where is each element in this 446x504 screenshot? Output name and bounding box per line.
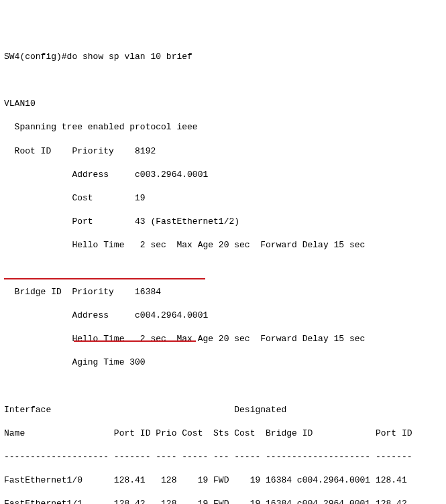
table-sep-1: -------------------- ------- ---- ----- … xyxy=(4,451,442,463)
annotation-underline-cmd2 xyxy=(4,278,205,279)
bridge-id-priority-1: Bridge ID Priority 16384 xyxy=(4,286,442,298)
blank xyxy=(4,74,442,86)
bridge-id-aging-1: Aging Time 300 xyxy=(4,357,442,369)
root-id-cost-1: Cost 19 xyxy=(4,192,442,204)
annotation-underline-root xyxy=(74,340,196,342)
table-header1-1: Interface Designated xyxy=(4,404,442,416)
root-id-address-1: Address c003.2964.0001 xyxy=(4,169,442,181)
bridge-id-timers-1: Hello Time 2 sec Max Age 20 sec Forward … xyxy=(4,333,442,345)
table-row: FastEthernet1/0 128.41 128 19 FWD 19 163… xyxy=(4,475,442,487)
table-row: FastEthernet1/1 128.42 128 19 FWD 19 163… xyxy=(4,498,442,504)
root-id-timers-1: Hello Time 2 sec Max Age 20 sec Forward … xyxy=(4,239,442,251)
root-id-priority-1: Root ID Priority 8192 xyxy=(4,145,442,158)
vlan10-header: VLAN10 xyxy=(4,98,442,110)
table-header2-1: Name Port ID Prio Cost Sts Cost Bridge I… xyxy=(4,428,442,440)
bridge-id-address-1: Address c004.2964.0001 xyxy=(4,310,442,322)
cli-prompt-1: SW4(config)#do show sp vlan 10 brief xyxy=(4,51,442,63)
sp-protocol-1: Spanning tree enabled protocol ieee xyxy=(4,121,442,133)
blank xyxy=(4,381,442,393)
root-id-port-1: Port 43 (FastEthernet1/2) xyxy=(4,216,442,228)
blank xyxy=(4,263,442,275)
